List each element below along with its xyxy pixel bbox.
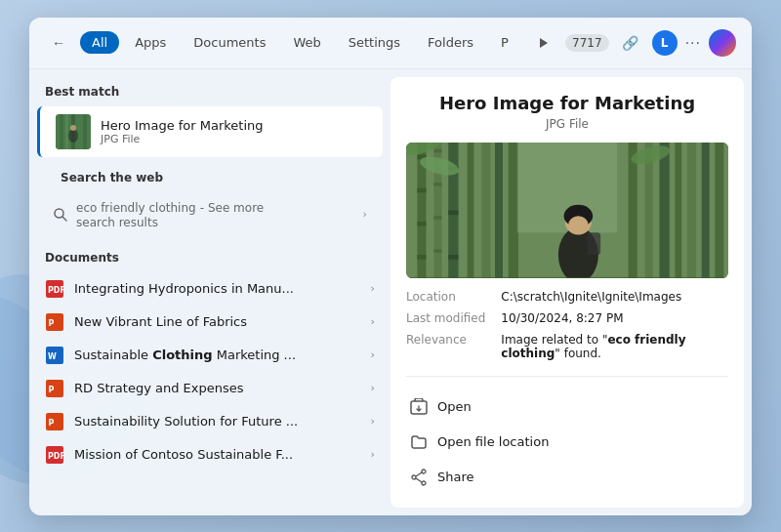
file-name: Hero Image for Marketing	[101, 118, 264, 133]
svg-text:P: P	[49, 419, 55, 428]
left-panel: Best match	[29, 69, 390, 515]
svg-text:W: W	[48, 352, 57, 361]
play-button[interactable]	[530, 29, 557, 57]
doc-item-6[interactable]: PDF Mission of Contoso Sustainable F... …	[29, 438, 390, 471]
best-match-item[interactable]: Hero Image for Marketing JPG File	[37, 106, 383, 157]
action-buttons: Open Open file location	[406, 392, 728, 492]
chevron-icon-5: ›	[371, 415, 375, 428]
pdf-icon-6: PDF	[45, 445, 64, 465]
svg-rect-35	[448, 210, 458, 215]
copilot-icon[interactable]	[709, 29, 736, 57]
modified-value: 10/30/2024, 8:27 PM	[501, 311, 728, 325]
share-icon	[410, 469, 428, 486]
svg-text:P: P	[49, 386, 55, 394]
word-icon-3: W	[45, 346, 64, 365]
play-icon	[540, 38, 548, 48]
tab-documents[interactable]: Documents	[182, 31, 277, 54]
svg-rect-39	[495, 143, 503, 278]
svg-point-60	[422, 470, 426, 473]
chevron-icon-2: ›	[371, 315, 375, 328]
preview-title: Hero Image for Marketing	[406, 93, 728, 113]
doc-name-3: Sustainable Clothing Marketing ...	[74, 348, 361, 362]
chevron-icon-1: ›	[371, 282, 375, 295]
web-search-section: Search the web eco friendly clothing - S…	[29, 157, 390, 237]
divider	[406, 376, 728, 377]
thumbnail-image	[56, 114, 91, 149]
file-type: JPG File	[101, 133, 264, 145]
chevron-icon-4: ›	[371, 382, 375, 394]
svg-rect-38	[481, 143, 490, 278]
location-value: C:\scratch\Ignite\Ignite\Images	[501, 290, 728, 304]
svg-point-62	[412, 475, 416, 479]
svg-point-55	[568, 216, 588, 233]
svg-text:P: P	[49, 319, 55, 328]
tab-all[interactable]: All	[80, 31, 119, 54]
doc-item-5[interactable]: P Sustainability Solution for Future ...…	[29, 405, 390, 438]
svg-rect-43	[659, 143, 669, 278]
open-button[interactable]: Open	[406, 392, 728, 422]
avatar[interactable]: L	[652, 30, 678, 56]
svg-rect-29	[433, 148, 441, 151]
share-button[interactable]: Share	[406, 463, 728, 492]
search-bar-right: 7717 🔗 L ···	[530, 29, 736, 57]
search-icon	[53, 207, 68, 223]
svg-rect-32	[433, 249, 441, 252]
svg-rect-5	[83, 114, 87, 149]
open-file-location-button[interactable]: Open file location	[406, 428, 728, 457]
relevance-value: Image related to "eco friendly clothing"…	[501, 333, 728, 360]
tab-p[interactable]: P	[489, 31, 520, 54]
ppt-icon-5: P	[45, 412, 64, 431]
svg-rect-26	[417, 221, 426, 225]
svg-text:PDF: PDF	[48, 452, 63, 461]
svg-point-7	[70, 125, 76, 131]
svg-rect-31	[433, 216, 441, 219]
svg-point-6	[68, 129, 78, 143]
modified-label: Last modified	[406, 311, 485, 325]
metadata-table: Location C:\scratch\Ignite\Ignite\Images…	[406, 290, 728, 360]
search-bar: ← All Apps Documents Web Settings Folder…	[29, 18, 752, 69]
svg-rect-58	[406, 276, 728, 277]
doc-item-3[interactable]: W Sustainable Clothing Marketing ... ›	[29, 339, 390, 372]
web-search-title: Search the web	[45, 171, 375, 192]
search-panel: ← All Apps Documents Web Settings Folder…	[29, 18, 752, 515]
svg-point-61	[422, 481, 426, 485]
svg-rect-47	[715, 143, 723, 278]
tab-web[interactable]: Web	[281, 31, 332, 54]
svg-rect-25	[417, 187, 426, 192]
tab-folders[interactable]: Folders	[416, 31, 485, 54]
svg-rect-27	[417, 255, 426, 260]
svg-rect-36	[448, 255, 458, 260]
svg-rect-37	[468, 143, 474, 278]
preview-image	[406, 143, 728, 278]
web-search-item[interactable]: eco friendly clothing - See moresearch r…	[45, 192, 375, 237]
network-icon[interactable]: 🔗	[617, 29, 644, 57]
web-search-query: eco friendly clothing - See moresearch r…	[76, 200, 355, 229]
open-icon	[410, 398, 428, 416]
tab-apps[interactable]: Apps	[123, 31, 178, 54]
open-file-location-label: Open file location	[437, 434, 549, 449]
file-thumbnail	[56, 114, 91, 149]
svg-rect-2	[65, 114, 68, 149]
share-label: Share	[437, 470, 474, 484]
svg-text:PDF: PDF	[48, 286, 63, 295]
doc-item-4[interactable]: P RD Strategy and Expenses ›	[29, 372, 390, 405]
svg-rect-46	[702, 143, 710, 278]
svg-rect-44	[675, 143, 681, 278]
tab-settings[interactable]: Settings	[337, 31, 412, 54]
file-info: Hero Image for Marketing JPG File	[101, 118, 264, 145]
doc-item-2[interactable]: P New Vibrant Line of Fabrics ›	[29, 306, 390, 339]
best-match-title: Best match	[29, 85, 390, 106]
doc-item-1[interactable]: PDF Integrating Hydroponics in Manu... ›	[29, 272, 390, 306]
more-options-button[interactable]: ···	[685, 35, 701, 51]
svg-line-63	[416, 472, 422, 476]
chevron-icon-6: ›	[371, 448, 375, 461]
badge-number[interactable]: 7717	[565, 34, 609, 52]
documents-section: Documents PDF Integrating Hydroponics in…	[29, 237, 390, 471]
doc-name-1: Integrating Hydroponics in Manu...	[74, 281, 361, 296]
svg-line-64	[416, 478, 422, 482]
doc-name-6: Mission of Contoso Sustainable F...	[74, 447, 361, 462]
svg-line-9	[62, 217, 66, 221]
location-label: Location	[406, 290, 485, 304]
back-button[interactable]: ←	[45, 29, 72, 57]
pdf-icon-1: PDF	[45, 279, 64, 299]
